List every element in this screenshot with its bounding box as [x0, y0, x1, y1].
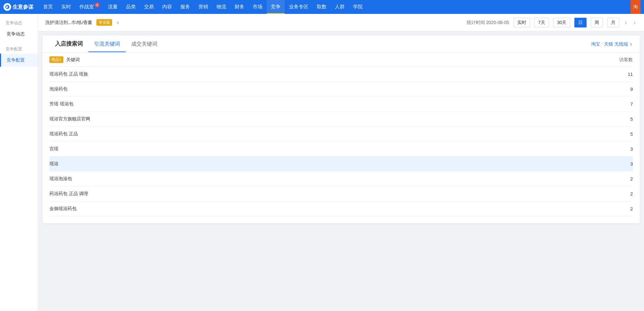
- row-keyword: 宫瑶: [49, 146, 612, 152]
- header-prev-arrow[interactable]: ‹: [623, 19, 628, 26]
- tab-traffic-keywords[interactable]: 引流关键词: [88, 36, 126, 52]
- product-badge: 商品1: [49, 56, 63, 63]
- top-navigation: 参 生意参谋 首页 实时 作战室 4 流量 品类 交易 内容 服务 营销 物流 …: [0, 0, 644, 14]
- stat-time-label: 统计时间 2020-08-05: [467, 19, 509, 26]
- tabs-platform-selector: 淘宝 | 天猫 无线端 ∨: [591, 41, 633, 47]
- nav-finance[interactable]: 财务: [230, 0, 249, 14]
- nav-crowd[interactable]: 人群: [331, 0, 349, 14]
- col-header-visitors: 访客数: [619, 57, 633, 63]
- header-bar: 洗护清洁剂...巾/纸/香薰 专业版 ∨ 统计时间 2020-08-05 实时 …: [38, 14, 644, 31]
- row-visitors: 5: [612, 131, 633, 137]
- nav-business-zone[interactable]: 业务专区: [285, 0, 313, 14]
- tianmao-link[interactable]: 天猫: [604, 41, 613, 47]
- nav-transaction[interactable]: 交易: [140, 0, 158, 14]
- time-btn-day[interactable]: 日: [574, 18, 587, 27]
- header-next-arrow[interactable]: ›: [633, 19, 637, 26]
- nav-competition[interactable]: 竞争: [267, 0, 285, 14]
- table-rows: 瑶浴药包 正品 瑶族11泡澡药包9芳瑶 瑶浴包7瑶浴官方旗舰店官网5瑶浴药包 正…: [49, 67, 633, 216]
- sidebar-item-competition-config[interactable]: 竞争配置: [0, 54, 38, 67]
- nav-war-room[interactable]: 作战室 4: [75, 0, 104, 14]
- time-btn-month[interactable]: 月: [607, 18, 619, 27]
- nav-taobao-account[interactable]: 淘: [630, 0, 641, 14]
- row-visitors: 2: [612, 206, 633, 212]
- taobao-link[interactable]: 淘宝: [591, 41, 600, 47]
- time-btn-30days[interactable]: 30天: [553, 18, 570, 27]
- war-room-badge: 4: [95, 3, 100, 7]
- table-container: 商品1 关键词 访客数 瑶浴药包 正品 瑶族11泡澡药包9芳瑶 瑶浴包7瑶浴官方…: [42, 53, 640, 223]
- sidebar: 竞争动态 竞争动态 竞争配置 竞争配置: [0, 14, 38, 311]
- app-logo: 参 生意参谋: [3, 3, 33, 11]
- row-keyword: 金御瑶浴药包: [49, 206, 612, 212]
- nav-content[interactable]: 内容: [158, 0, 176, 14]
- main-content-area: 洗护清洁剂...巾/纸/香薰 专业版 ∨ 统计时间 2020-08-05 实时 …: [38, 14, 644, 311]
- time-btn-week[interactable]: 周: [591, 18, 603, 27]
- main-layout: 竞争动态 竞争动态 竞争配置 竞争配置 洗护清洁剂...巾/纸/香薰 专业版 ∨…: [0, 14, 644, 311]
- table-row[interactable]: 金御瑶浴药包2: [49, 201, 633, 216]
- table-row[interactable]: 宫瑶3: [49, 142, 633, 157]
- tab-transaction-keywords[interactable]: 成交关键词: [126, 36, 163, 52]
- nav-market[interactable]: 市场: [249, 0, 267, 14]
- platform-separator: |: [602, 41, 603, 47]
- app-name: 生意参谋: [13, 4, 33, 10]
- logo-icon: 参: [3, 3, 11, 11]
- wuxianniu-link[interactable]: 无线端: [614, 41, 628, 47]
- nav-marketing[interactable]: 营销: [194, 0, 212, 14]
- row-keyword: 瑶浴药包 正品 瑶族: [49, 71, 612, 77]
- row-visitors: 7: [612, 102, 633, 107]
- row-visitors: 11: [612, 72, 633, 77]
- platform-dropdown-arrow[interactable]: ∨: [629, 41, 633, 47]
- row-keyword: 瑶浴官方旗舰店官网: [49, 116, 612, 122]
- nav-right-area: 淘: [630, 0, 641, 14]
- table-row[interactable]: 芳瑶 瑶浴包7: [49, 97, 633, 112]
- nav-logistics[interactable]: 物流: [212, 0, 230, 14]
- row-keyword: 泡澡药包: [49, 86, 612, 92]
- content-panel: 入店搜索词 引流关键词 成交关键词 淘宝 | 天猫 无线端 ∨ 商品1 关键词 …: [42, 35, 640, 223]
- nav-realtime[interactable]: 实时: [57, 0, 75, 14]
- row-visitors: 2: [612, 191, 633, 197]
- row-keyword: 芳瑶 瑶浴包: [49, 101, 612, 107]
- row-keyword: 药浴药包 正品 调理: [49, 191, 612, 197]
- table-row[interactable]: 瑶浴药包 正品5: [49, 127, 633, 142]
- row-visitors: 5: [612, 117, 633, 122]
- table-row[interactable]: 瑶浴药包 正品 瑶族11: [49, 67, 633, 82]
- row-keyword: 瑶浴药包 正品: [49, 131, 612, 137]
- nav-data-fetch[interactable]: 取数: [313, 0, 331, 14]
- sidebar-item-competition-dynamic[interactable]: 竞争动态: [0, 27, 38, 41]
- row-visitors: 9: [612, 87, 633, 92]
- row-visitors: 3: [612, 146, 633, 152]
- table-row[interactable]: 药浴药包 正品 调理2: [49, 186, 633, 201]
- time-btn-7days[interactable]: 7天: [534, 18, 549, 27]
- tabs-row: 入店搜索词 引流关键词 成交关键词 淘宝 | 天猫 无线端 ∨: [42, 35, 640, 53]
- table-row[interactable]: 泡澡药包9: [49, 82, 633, 97]
- category-label: 洗护清洁剂...巾/纸/香薰: [45, 19, 92, 26]
- version-dropdown-arrow[interactable]: ∨: [116, 20, 119, 25]
- nav-service[interactable]: 服务: [176, 0, 194, 14]
- table-row[interactable]: 瑶浴3: [49, 157, 633, 172]
- row-keyword: 瑶浴泡澡包: [49, 176, 612, 182]
- table-row[interactable]: 瑶浴官方旗舰店官网5: [49, 112, 633, 127]
- row-visitors: 2: [612, 176, 633, 182]
- sidebar-section-competition-config: 竞争配置: [0, 43, 38, 54]
- nav-category[interactable]: 品类: [122, 0, 140, 14]
- row-visitors: 3: [612, 161, 633, 167]
- row-keyword: 瑶浴: [49, 161, 612, 167]
- sidebar-section-competition-dynamic: 竞争动态: [0, 17, 38, 27]
- time-btn-realtime[interactable]: 实时: [513, 18, 530, 27]
- col-header-keyword: 关键词: [66, 57, 619, 63]
- table-header: 商品1 关键词 访客数: [49, 53, 633, 67]
- nav-traffic[interactable]: 流量: [104, 0, 122, 14]
- table-row[interactable]: 瑶浴泡澡包2: [49, 172, 633, 186]
- nav-academy[interactable]: 学院: [349, 0, 367, 14]
- version-badge: 专业版: [96, 19, 112, 26]
- tab-store-search[interactable]: 入店搜索词: [49, 35, 88, 53]
- nav-home[interactable]: 首页: [39, 0, 57, 14]
- svg-text:参: 参: [6, 5, 9, 9]
